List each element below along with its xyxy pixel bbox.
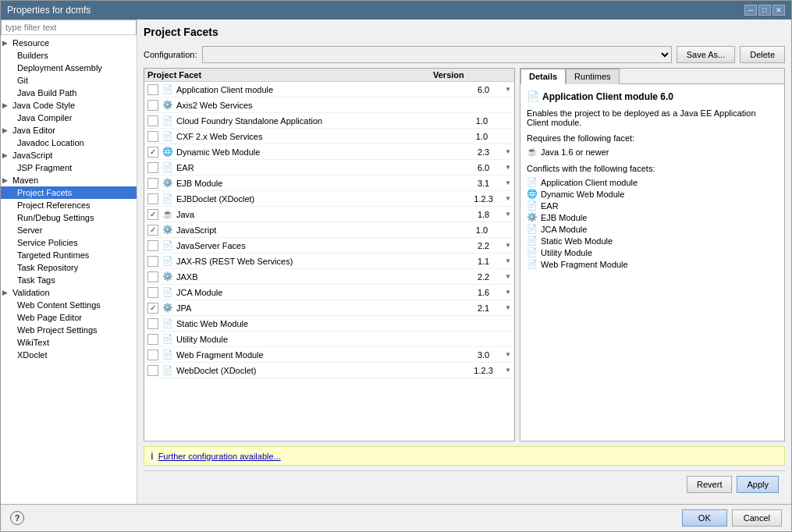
sidebar-item-runDebugSettings[interactable]: Run/Debug Settings	[1, 211, 137, 224]
facet-row-utilityModule[interactable]: 📄 Utility Module	[144, 332, 514, 347]
sidebar-item-javaCodeStyle[interactable]: ▶Java Code Style	[1, 99, 137, 112]
facet-checkbox-utilityModule[interactable]	[147, 334, 158, 345]
facet-row-ejbDoclet[interactable]: 📄 EJBDoclet (XDoclet) 1.2.3 ▼	[144, 191, 514, 207]
facet-checkbox-ear[interactable]	[147, 162, 158, 173]
facet-checkbox-ejbModule[interactable]	[147, 178, 158, 189]
conflict-icon: 📄	[527, 259, 538, 269]
facet-checkbox-webFragment[interactable]	[147, 349, 158, 360]
apply-button[interactable]: Apply	[737, 476, 779, 493]
facet-icon-jaxrs: 📄	[162, 255, 174, 268]
facet-row-jaxb[interactable]: ⚙️ JAXB 2.2 ▼	[144, 269, 514, 285]
facet-row-jaxrs[interactable]: 📄 JAX-RS (REST Web Services) 1.1 ▼	[144, 254, 514, 269]
conflict-item: ⚙️EJB Module	[527, 211, 778, 223]
further-config-link[interactable]: Further configuration available...	[158, 452, 281, 461]
maximize-button[interactable]: □	[758, 5, 771, 16]
sidebar-item-taskTags[interactable]: Task Tags	[1, 274, 137, 286]
facet-checkbox-axis2[interactable]	[147, 100, 158, 111]
facet-checkbox-jpa[interactable]: ✓	[147, 303, 158, 314]
sidebar-item-jspFragment[interactable]: JSP Fragment	[1, 161, 137, 174]
facet-checkbox-javaServerFaces[interactable]	[147, 240, 158, 251]
facet-row-ear[interactable]: 📄 EAR 6.0 ▼	[144, 160, 514, 176]
facet-row-javaScript[interactable]: ✓ ⚙️ JavaScript 1.0	[144, 222, 514, 238]
facet-dropdown-ejbDoclet[interactable]: ▼	[505, 195, 511, 202]
cancel-button[interactable]: Cancel	[732, 509, 782, 527]
sidebar-item-targetedRuntimes[interactable]: Targeted Runtimes	[1, 249, 137, 261]
tab-runtimes[interactable]: Runtimes	[566, 69, 619, 84]
sidebar-item-javaCompiler[interactable]: Java Compiler	[1, 112, 137, 124]
facet-checkbox-ejbDoclet[interactable]	[147, 193, 158, 204]
facet-row-axis2[interactable]: ⚙️ Axis2 Web Services	[144, 98, 514, 113]
facet-checkbox-cxf[interactable]	[147, 131, 158, 142]
facet-row-ejbModule[interactable]: ⚙️ EJB Module 3.1 ▼	[144, 176, 514, 191]
facet-name-cloudFoundry: Cloud Foundry Standalone Application	[176, 116, 460, 126]
sidebar-item-projectFacets[interactable]: Project Facets	[1, 186, 137, 199]
facet-checkbox-jaxrs[interactable]	[147, 256, 158, 267]
tab-details[interactable]: Details	[520, 69, 566, 84]
facet-row-java[interactable]: ✓ ☕ Java 1.8 ▼	[144, 207, 514, 222]
facet-checkbox-jcaModule[interactable]	[147, 287, 158, 298]
facet-dropdown-jaxrs[interactable]: ▼	[505, 257, 511, 264]
facet-row-webDoclet[interactable]: 📄 WebDoclet (XDoclet) 1.2.3 ▼	[144, 363, 514, 378]
facet-dropdown-appClient[interactable]: ▼	[505, 86, 511, 93]
facet-dropdown-javaServerFaces[interactable]: ▼	[505, 242, 511, 249]
sidebar-item-validation[interactable]: ▶Validation	[1, 286, 137, 299]
sidebar-item-resource[interactable]: ▶Resource	[1, 37, 137, 49]
sidebar-item-webPageEditor[interactable]: Web Page Editor	[1, 311, 137, 324]
revert-button[interactable]: Revert	[687, 476, 732, 493]
sidebar-item-xDoclet[interactable]: XDoclet	[1, 349, 137, 361]
facet-row-dynamicWeb[interactable]: ✓ 🌐 Dynamic Web Module 2.3 ▼	[144, 144, 514, 160]
facet-checkbox-staticWeb[interactable]	[147, 318, 158, 329]
facet-checkbox-jaxb[interactable]	[147, 271, 158, 282]
facet-dropdown-jcaModule[interactable]: ▼	[505, 289, 511, 296]
sidebar-item-javaScript[interactable]: ▶JavaScript	[1, 149, 137, 161]
minimize-button[interactable]: ─	[744, 5, 757, 16]
facet-dropdown-ear[interactable]: ▼	[505, 164, 511, 171]
sidebar-item-projectReferences[interactable]: Project References	[1, 199, 137, 211]
facet-checkbox-appClient[interactable]	[147, 84, 158, 95]
sidebar-item-builders[interactable]: Builders	[1, 49, 137, 62]
save-as-button[interactable]: Save As...	[677, 46, 736, 63]
sidebar-item-server[interactable]: Server	[1, 224, 137, 236]
facet-row-javaServerFaces[interactable]: 📄 JavaServer Faces 2.2 ▼	[144, 238, 514, 254]
facet-icon-javaServerFaces: 📄	[162, 239, 174, 252]
facet-name-java: Java	[176, 210, 462, 219]
sidebar-item-javaBuildPath[interactable]: Java Build Path	[1, 87, 137, 99]
facet-dropdown-dynamicWeb[interactable]: ▼	[505, 148, 511, 155]
facet-icon-cloudFoundry: 📄	[162, 115, 174, 127]
facet-checkbox-java[interactable]: ✓	[147, 209, 158, 220]
help-button[interactable]: ?	[10, 511, 24, 525]
sidebar-item-javadocLocation[interactable]: Javadoc Location	[1, 137, 137, 149]
facet-row-staticWeb[interactable]: 📄 Static Web Module	[144, 316, 514, 332]
facet-dropdown-jpa[interactable]: ▼	[505, 304, 511, 311]
sidebar-item-servicePolicies[interactable]: Service Policies	[1, 236, 137, 249]
facet-row-cxf[interactable]: 📄 CXF 2.x Web Services 1.0	[144, 129, 514, 144]
filter-input[interactable]	[1, 20, 137, 35]
sidebar-item-git[interactable]: Git	[1, 74, 137, 87]
ok-button[interactable]: OK	[682, 509, 727, 527]
sidebar-item-webContentSettings[interactable]: Web Content Settings	[1, 299, 137, 311]
facet-checkbox-dynamicWeb[interactable]: ✓	[147, 147, 158, 158]
facet-dropdown-webDoclet[interactable]: ▼	[505, 367, 511, 374]
sidebar-item-javaEditor[interactable]: ▶Java Editor	[1, 124, 137, 137]
facet-row-cloudFoundry[interactable]: 📄 Cloud Foundry Standalone Application 1…	[144, 113, 514, 129]
close-button[interactable]: ✕	[772, 5, 785, 16]
facet-dropdown-webFragment[interactable]: ▼	[505, 351, 511, 358]
facet-row-jpa[interactable]: ✓ ⚙️ JPA 2.1 ▼	[144, 300, 514, 316]
facet-checkbox-webDoclet[interactable]	[147, 365, 158, 376]
facet-row-webFragment[interactable]: 📄 Web Fragment Module 3.0 ▼	[144, 347, 514, 363]
delete-button[interactable]: Delete	[740, 46, 785, 63]
facet-dropdown-ejbModule[interactable]: ▼	[505, 179, 511, 186]
facet-checkbox-cloudFoundry[interactable]	[147, 115, 158, 126]
sidebar-item-maven[interactable]: ▶Maven	[1, 174, 137, 186]
facet-row-appClient[interactable]: 📄 Application Client module 6.0 ▼	[144, 82, 514, 98]
sidebar-item-taskRepository[interactable]: Task Repository	[1, 261, 137, 274]
sidebar-item-wikiText[interactable]: WikiText	[1, 336, 137, 349]
facet-dropdown-java[interactable]: ▼	[505, 211, 511, 218]
conflict-icon: ⚙️	[527, 212, 538, 222]
config-select[interactable]	[202, 46, 672, 63]
facet-dropdown-jaxb[interactable]: ▼	[505, 273, 511, 280]
sidebar-item-deploymentAssembly[interactable]: Deployment Assembly	[1, 62, 137, 74]
sidebar-item-webProjectSettings[interactable]: Web Project Settings	[1, 324, 137, 336]
facet-row-jcaModule[interactable]: 📄 JCA Module 1.6 ▼	[144, 285, 514, 300]
facet-checkbox-javaScript[interactable]: ✓	[147, 225, 158, 236]
